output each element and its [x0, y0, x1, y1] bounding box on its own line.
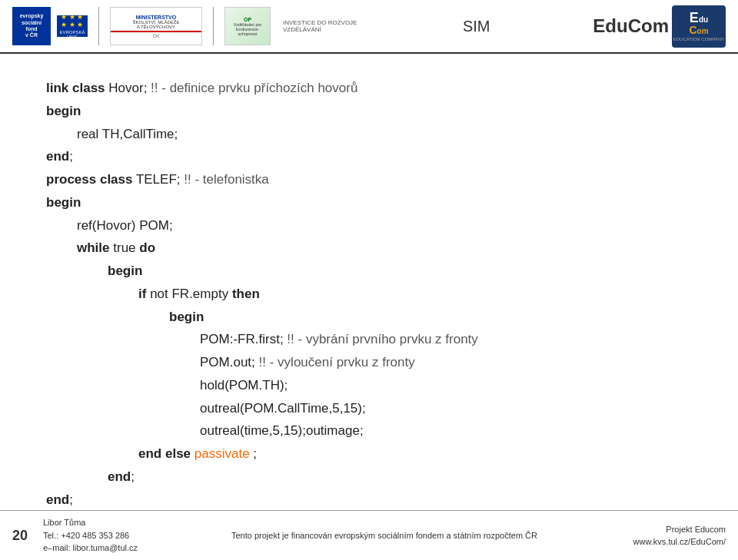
- code-line-1: link class Hovor; !! - definice prvku př…: [46, 77, 692, 100]
- comment-telef: !! - telefonistka: [184, 172, 269, 187]
- pom-out: POM.out;: [200, 355, 255, 369]
- keyword-else: else: [165, 446, 191, 461]
- code-line-5: process class TELEF; !! - telefonistka: [46, 168, 692, 191]
- keyword-begin-2: begin: [46, 195, 81, 210]
- pom-first: POM:-FR.first;: [200, 332, 284, 346]
- keyword-end-4: end: [46, 492, 69, 507]
- comment-out: !! - vyloučení prvku z fronty: [259, 355, 415, 369]
- du-part: du: [699, 15, 708, 24]
- footer-project: Projekt Educom www.kvs.tul.cz/EduCom/: [603, 523, 726, 548]
- keyword-begin-3: begin: [108, 263, 142, 278]
- contact-email: e–mail: libor.tuma@tul.cz: [43, 542, 166, 555]
- code-line-17: end else passivate ;: [138, 442, 692, 466]
- code-line-4: end;: [46, 145, 692, 168]
- keyword-link-class: link class: [46, 81, 105, 95]
- project-url: www.kvs.tul.cz/EduCom/: [603, 535, 726, 548]
- com-part: C: [689, 25, 696, 35]
- header: evropský sociální fond v ČR ★ ★ ★ ★ ★ ★ …: [0, 0, 738, 54]
- header-logos: evropský sociální fond v ČR ★ ★ ★ ★ ★ ★ …: [12, 7, 360, 45]
- keyword-passivate: passivate: [194, 446, 250, 461]
- hold-call: hold(POM.TH);: [200, 378, 288, 393]
- keyword-end-1: end: [46, 149, 69, 164]
- code-line-19: end;: [46, 489, 692, 512]
- outreal-time: outreal(time,5,15);outimage;: [200, 423, 364, 438]
- om-part: om: [697, 27, 709, 35]
- keyword-process-class: process class: [46, 172, 132, 187]
- invest-label: INVESTICE DO ROZVOJE VZDĚLÁVÁNÍ: [283, 19, 360, 33]
- code-line-12: POM:-FR.first; !! - vybrání prvního prvk…: [200, 328, 692, 351]
- logo-divider2: [213, 7, 214, 45]
- true-val: true: [113, 240, 139, 255]
- code-line-14: hold(POM.TH);: [200, 374, 692, 397]
- main-content: link class Hovor; !! - definice prvku př…: [0, 54, 738, 526]
- keyword-begin-1: begin: [46, 104, 81, 118]
- code-block: link class Hovor; !! - definice prvku př…: [46, 77, 692, 511]
- keyword-begin-4: begin: [169, 310, 204, 324]
- footer: 20 Libor Tůma Tel.: +420 485 353 286 e–m…: [0, 510, 738, 560]
- op-logo: OP Vzdělávání pro konkurence- schopnost: [224, 7, 271, 45]
- contact-phone: Tel.: +420 485 353 286: [43, 529, 166, 542]
- esf-logo: evropský sociální fond v ČR: [12, 7, 51, 45]
- code-line-7: ref(Hovor) POM;: [77, 214, 692, 237]
- condition: not FR.empty: [150, 287, 232, 301]
- edu-part: E: [690, 11, 699, 25]
- telef-decl: TELEF;: [136, 172, 184, 187]
- logo-divider1: [98, 7, 99, 45]
- keyword-do: do: [139, 240, 155, 255]
- code-line-13: POM.out; !! - vyloučení prvku z fronty: [200, 351, 692, 374]
- code-line-3: real TH,CallTime;: [77, 123, 692, 146]
- educom-logo: E du C om EDUCATION COMPANY: [672, 5, 726, 48]
- eu-flag: ★ ★ ★ ★ ★ ★ EVROPSKÁ UNIE: [57, 15, 88, 37]
- outreal-calltime: outreal(POM.CallTime,5,15);: [200, 401, 366, 416]
- hovor-decl: Hovor;: [108, 81, 151, 95]
- sim-title: SIM: [463, 18, 490, 35]
- code-line-18: end;: [108, 466, 692, 489]
- real-decl: real TH,CallTime;: [77, 127, 178, 141]
- code-line-16: outreal(time,5,15);outimage;: [200, 419, 692, 442]
- comment-hovor: !! - definice prvku příchozích hovorů: [151, 81, 357, 95]
- code-line-15: outreal(POM.CallTime,5,15);: [200, 397, 692, 420]
- code-line-10: if not FR.empty then: [138, 283, 692, 306]
- code-line-8: while true do: [77, 237, 692, 260]
- code-line-2: begin: [46, 100, 692, 123]
- keyword-if: if: [138, 287, 146, 301]
- educom-branding: EduCom E du C om EDUCATION COMPANY: [593, 5, 726, 48]
- education-company-label: EDUCATION COMPANY: [673, 37, 724, 41]
- contact-name: Libor Tůma: [43, 516, 166, 529]
- keyword-then: then: [232, 287, 260, 301]
- page-number: 20: [12, 528, 43, 544]
- ref-decl: ref(Hovor) POM;: [77, 218, 173, 233]
- project-label: Projekt Educom: [603, 523, 726, 536]
- keyword-end-2: end: [138, 446, 165, 461]
- educom-label: EduCom: [593, 15, 669, 37]
- keyword-end-3: end: [108, 469, 131, 484]
- code-line-6: begin: [46, 191, 692, 214]
- footer-center-text: Tento projekt je financován evropským so…: [166, 531, 603, 540]
- code-line-11: begin: [169, 306, 692, 329]
- comment-first: !! - vybrání prvního prvku z fronty: [287, 332, 477, 346]
- msmt-logo: MINISTERSTVO ŠKOLSTVÍ, MLÁDEŽE A TĚLOVÝC…: [110, 7, 202, 45]
- footer-contact: Libor Tůma Tel.: +420 485 353 286 e–mail…: [43, 516, 166, 555]
- keyword-while: while: [77, 240, 110, 255]
- code-line-9: begin: [108, 260, 692, 283]
